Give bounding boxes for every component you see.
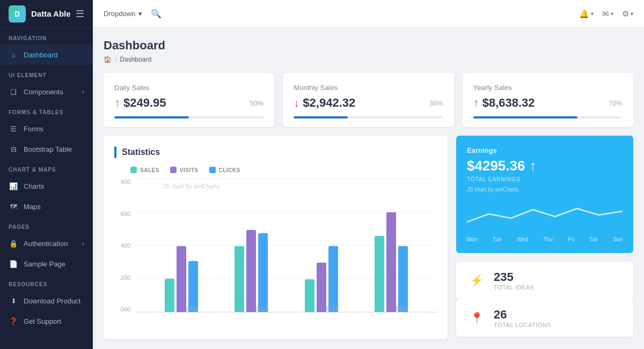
day-label: Wed bbox=[517, 236, 528, 242]
bar-sales bbox=[235, 246, 244, 312]
header-left: Dropdown ▾ 🔍 bbox=[104, 9, 162, 19]
trend-up-icon: ↑ bbox=[114, 96, 120, 110]
app-logo-icon: D bbox=[9, 5, 26, 23]
support-icon: ❓ bbox=[9, 316, 18, 326]
stat-label: Monthly Sales bbox=[294, 84, 443, 92]
progress-bar-bg bbox=[114, 116, 264, 118]
progress-bar-fill bbox=[473, 116, 578, 118]
sidebar-item-download[interactable]: ⬇Download Product bbox=[0, 291, 93, 311]
x-axis-labels: 2014201520162017 bbox=[157, 306, 437, 312]
bar-clicks bbox=[398, 246, 408, 312]
stat-row: ↑ $8,638.32 70% bbox=[473, 96, 623, 110]
dropdown-button[interactable]: Dropdown ▾ bbox=[104, 10, 142, 18]
progress-bar-fill bbox=[294, 116, 347, 118]
earnings-chart-watermark: JS chart by amCharts bbox=[467, 187, 623, 192]
chevron-right-icon: › bbox=[82, 240, 84, 247]
mini-stat-info: 235 TOTAL IDEAS bbox=[494, 270, 535, 291]
mini-stat-value: 26 bbox=[494, 308, 551, 322]
mini-stat-label: TOTAL IDEAS bbox=[494, 284, 535, 291]
right-panel: Earnings $4295.36 ↑ TOTAL EARNINGS JS ch… bbox=[456, 136, 633, 339]
x-label: 2014 bbox=[186, 306, 199, 312]
sidebar-item-components[interactable]: ❑Components› bbox=[0, 81, 93, 102]
bell-icon-button[interactable]: 🔔 ▾ bbox=[579, 9, 594, 19]
day-label: Sun bbox=[613, 236, 623, 242]
y-label: 200 bbox=[114, 274, 130, 281]
sidebar-item-label: Download Product bbox=[24, 297, 80, 305]
sidebar-item-label: Sample Page bbox=[24, 260, 65, 268]
mini-stat-card-1: 📍 26 TOTAL LOCATIONS bbox=[456, 299, 633, 337]
nav-section-label: NAVIGATION bbox=[0, 28, 93, 44]
legend-dot-clicks bbox=[209, 167, 216, 173]
page-title: Dashboard bbox=[104, 39, 633, 53]
stats-header: Statistics bbox=[114, 146, 437, 158]
stat-pct: 50% bbox=[250, 99, 264, 107]
y-label: 400 bbox=[114, 242, 130, 249]
sidebar-item-sample-page[interactable]: 📄Sample Page bbox=[0, 254, 93, 274]
legend-dot-visits bbox=[170, 167, 177, 173]
mail-icon-button[interactable]: ✉ ▾ bbox=[602, 9, 613, 19]
sidebar-item-maps[interactable]: 🗺Maps bbox=[0, 196, 93, 217]
stat-label: Yearly Sales bbox=[473, 84, 623, 92]
chart-legend: SALESVISITSCLICKS bbox=[114, 167, 437, 173]
progress-bar-fill bbox=[114, 116, 189, 118]
lower-section: Statistics SALESVISITSCLICKS 80060040020… bbox=[104, 136, 633, 339]
sidebar-item-dashboard[interactable]: ⌂Dashboard bbox=[0, 44, 93, 65]
y-label: 800 bbox=[114, 179, 130, 185]
day-label: Mon bbox=[467, 236, 477, 242]
stat-value: ↑ $8,638.32 bbox=[473, 96, 535, 110]
stat-value: ↓ $2,942.32 bbox=[294, 96, 355, 110]
breadcrumb-home-icon[interactable]: 🏠 bbox=[104, 56, 112, 63]
progress-bar-bg bbox=[473, 116, 623, 118]
statistics-card: Statistics SALESVISITSCLICKS 80060040020… bbox=[104, 136, 448, 339]
bar-sales bbox=[375, 236, 384, 312]
bar-visits bbox=[386, 212, 396, 312]
file-icon: ☰ bbox=[9, 124, 18, 133]
stat-label: Daily Sales bbox=[114, 84, 264, 92]
app-name: Datta Able bbox=[31, 9, 71, 18]
mini-stat-info: 26 TOTAL LOCATIONS bbox=[494, 308, 551, 328]
download-icon: ⬇ bbox=[9, 296, 18, 306]
table-icon: ⊟ bbox=[9, 144, 18, 154]
nav-section-label: RESOURCES bbox=[0, 274, 93, 291]
x-label: 2016 bbox=[325, 306, 338, 312]
legend-dot-sales bbox=[130, 167, 137, 173]
bars-area bbox=[136, 179, 437, 312]
lock-icon: 🔒 bbox=[9, 239, 18, 248]
stat-value: ↑ $249.95 bbox=[114, 96, 166, 110]
sidebar-item-label: Dashboard bbox=[24, 51, 58, 59]
teal-stat-icon: ⚡ bbox=[467, 271, 486, 290]
title-bar-accent bbox=[114, 146, 116, 158]
x-label: 2017 bbox=[396, 306, 408, 312]
stat-row: ↑ $249.95 50% bbox=[114, 96, 264, 110]
bar-clicks bbox=[328, 246, 338, 312]
stat-pct: 70% bbox=[609, 99, 623, 107]
legend-label-visits: VISITS bbox=[180, 167, 199, 173]
mini-stat-label: TOTAL LOCATIONS bbox=[494, 322, 551, 328]
earnings-card: Earnings $4295.36 ↑ TOTAL EARNINGS JS ch… bbox=[456, 136, 633, 253]
nav-section-label: UI ELEMENT bbox=[0, 65, 93, 81]
nav-section-label: PAGES bbox=[0, 217, 93, 233]
sidebar-item-bootstrap-table[interactable]: ⊟Bootstrap Table bbox=[0, 139, 93, 159]
sidebar-item-label: Get Support bbox=[24, 317, 61, 325]
mini-line-chart bbox=[467, 198, 623, 232]
legend-item-clicks: CLICKS bbox=[209, 167, 240, 173]
stat-card-1: Monthly Sales ↓ $2,942.32 36% bbox=[283, 73, 453, 127]
sidebar-logo: D Datta Able ☰ bbox=[0, 0, 93, 28]
y-axis-labels: 800600400200000 bbox=[114, 179, 130, 313]
chevron-right-icon: › bbox=[82, 88, 84, 95]
sidebar-item-authentication[interactable]: 🔒Authentication› bbox=[0, 233, 93, 254]
stat-row: ↓ $2,942.32 36% bbox=[294, 96, 443, 110]
main-wrap: Dropdown ▾ 🔍 🔔 ▾ ✉ ▾ ⚙ ▾ Dashboard 🏠 / D… bbox=[93, 0, 644, 349]
chart-icon: 📊 bbox=[9, 181, 18, 191]
stat-pct: 36% bbox=[429, 99, 443, 107]
hamburger-icon[interactable]: ☰ bbox=[76, 8, 84, 20]
sidebar-item-support[interactable]: ❓Get Support bbox=[0, 311, 93, 331]
bar-visits bbox=[177, 246, 186, 312]
earnings-sub-label: TOTAL EARNINGS bbox=[467, 176, 623, 182]
sidebar-item-label: Components bbox=[24, 88, 63, 96]
settings-icon-button[interactable]: ⚙ ▾ bbox=[622, 9, 633, 19]
sidebar-item-charts[interactable]: 📊Charts bbox=[0, 176, 93, 196]
y-label: 000 bbox=[114, 306, 130, 313]
sidebar-item-forms[interactable]: ☰Forms bbox=[0, 118, 93, 139]
search-icon[interactable]: 🔍 bbox=[151, 9, 162, 19]
